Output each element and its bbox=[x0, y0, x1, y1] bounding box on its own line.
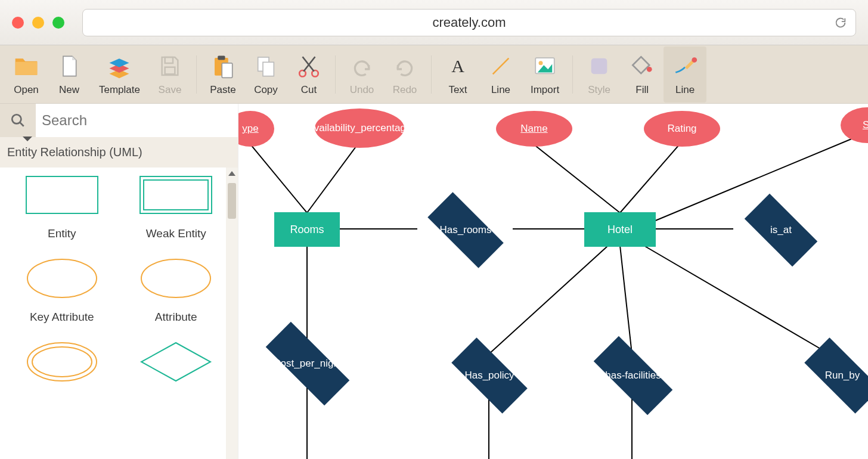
save-button[interactable]: Save bbox=[148, 46, 191, 103]
scroll-up-icon[interactable] bbox=[228, 171, 235, 176]
svg-rect-9 bbox=[263, 62, 274, 76]
cut-label: Cut bbox=[301, 84, 317, 96]
shape-attribute[interactable]: Attribute bbox=[124, 257, 229, 324]
attribute-label: Rating bbox=[667, 123, 696, 135]
search-row bbox=[0, 104, 238, 137]
line-tool-button[interactable]: Line bbox=[479, 46, 522, 103]
reload-icon[interactable] bbox=[834, 16, 847, 29]
key-attribute-shape-icon bbox=[23, 257, 101, 300]
shape-relationship[interactable] bbox=[124, 340, 229, 383]
svg-line-34 bbox=[307, 144, 358, 213]
style-button[interactable]: Style bbox=[578, 46, 621, 103]
search-input[interactable] bbox=[36, 104, 238, 137]
url-text: creately.com bbox=[432, 15, 506, 30]
svg-rect-3 bbox=[165, 57, 173, 63]
new-file-icon bbox=[56, 53, 82, 79]
svg-line-15 bbox=[493, 58, 509, 74]
svg-line-38 bbox=[620, 144, 680, 213]
attribute-st[interactable]: St bbox=[841, 107, 868, 143]
url-bar[interactable]: creately.com bbox=[82, 9, 856, 36]
entity-label: Hotel bbox=[607, 224, 633, 236]
new-button[interactable]: New bbox=[48, 46, 91, 103]
minimize-window-button[interactable] bbox=[32, 17, 44, 29]
fill-icon bbox=[629, 53, 655, 79]
text-tool-button[interactable]: A Text bbox=[436, 46, 479, 103]
relationship-has-policy[interactable]: Has_policy bbox=[439, 351, 540, 401]
shape-label: Weak Entity bbox=[146, 227, 206, 240]
attribute-availability[interactable]: Availability_percentage bbox=[315, 108, 404, 148]
shape-weak-entity[interactable]: Weak Entity bbox=[124, 173, 229, 240]
svg-line-12 bbox=[303, 57, 315, 72]
shape-key-attribute[interactable]: Key Attribute bbox=[10, 257, 114, 324]
attribute-label: St bbox=[863, 119, 868, 131]
relationship-run-by[interactable]: Run_by bbox=[792, 351, 868, 401]
fill-label: Fill bbox=[636, 84, 649, 96]
copy-icon bbox=[253, 53, 279, 79]
attribute-label: Name bbox=[520, 123, 547, 135]
relationship-cost-per-night[interactable]: Cost_per_night bbox=[249, 339, 366, 389]
redo-button[interactable]: Redo bbox=[383, 46, 426, 103]
relationship-label: Has_rooms bbox=[440, 224, 492, 236]
svg-line-24 bbox=[20, 122, 24, 126]
shape-entity[interactable]: Entity bbox=[10, 173, 114, 240]
line-style-button[interactable]: Line bbox=[664, 46, 706, 103]
maximize-window-button[interactable] bbox=[52, 17, 64, 29]
open-label: Open bbox=[14, 84, 39, 96]
relationship-label: Has_policy bbox=[464, 370, 514, 382]
shape-category-header[interactable]: Entity Relationship (UML) bbox=[0, 137, 238, 168]
fill-button[interactable]: Fill bbox=[621, 46, 664, 103]
template-button[interactable]: Template bbox=[91, 46, 148, 103]
weak-entity-shape-icon bbox=[137, 173, 215, 216]
search-icon[interactable] bbox=[0, 104, 36, 137]
shape-label: Entity bbox=[48, 227, 76, 240]
toolbar: Open New Template Save bbox=[0, 45, 868, 104]
diagram-canvas[interactable]: ype Availability_percentage Name Rating … bbox=[238, 104, 868, 459]
svg-rect-7 bbox=[222, 63, 232, 77]
svg-marker-2 bbox=[110, 58, 129, 67]
entity-rooms[interactable]: Rooms bbox=[274, 212, 340, 247]
toolbar-separator bbox=[335, 55, 336, 94]
svg-line-44 bbox=[620, 246, 632, 354]
derived-attribute-shape-icon bbox=[23, 340, 101, 383]
svg-rect-26 bbox=[140, 176, 212, 213]
svg-rect-27 bbox=[144, 180, 208, 210]
undo-label: Undo bbox=[350, 84, 374, 96]
svg-marker-32 bbox=[141, 343, 210, 381]
svg-point-11 bbox=[312, 70, 318, 77]
shape-derived-attribute[interactable] bbox=[10, 340, 114, 383]
attribute-type[interactable]: ype bbox=[238, 111, 274, 147]
scrollbar-thumb[interactable] bbox=[228, 183, 236, 219]
undo-button[interactable]: Undo bbox=[340, 46, 383, 103]
attribute-name[interactable]: Name bbox=[496, 111, 572, 147]
template-icon bbox=[106, 53, 132, 79]
line-icon bbox=[488, 53, 514, 79]
attribute-rating[interactable]: Rating bbox=[644, 111, 720, 147]
open-button[interactable]: Open bbox=[5, 46, 48, 103]
relationship-is-at[interactable]: is_at bbox=[733, 205, 829, 255]
import-button[interactable]: Import bbox=[522, 46, 568, 103]
style-label: Style bbox=[588, 84, 610, 96]
close-window-button[interactable] bbox=[12, 17, 24, 29]
scrollbar[interactable] bbox=[226, 168, 238, 459]
pencil-icon bbox=[672, 53, 698, 79]
relationship-has-facilities[interactable]: has-facilities bbox=[579, 351, 687, 401]
paste-label: Paste bbox=[210, 84, 235, 96]
shape-label: Key Attribute bbox=[30, 311, 94, 324]
attribute-shape-icon bbox=[137, 257, 215, 300]
svg-point-28 bbox=[27, 259, 97, 297]
paste-button[interactable]: Paste bbox=[202, 46, 244, 103]
diagram-edges bbox=[238, 104, 868, 459]
svg-rect-4 bbox=[165, 67, 175, 74]
window-controls bbox=[12, 17, 64, 29]
browser-chrome: creately.com bbox=[0, 0, 868, 45]
copy-button[interactable]: Copy bbox=[244, 46, 287, 103]
svg-rect-6 bbox=[218, 55, 225, 60]
svg-point-29 bbox=[141, 259, 210, 297]
sidebar: Entity Relationship (UML) Entity bbox=[0, 104, 238, 459]
line-label: Line bbox=[491, 84, 510, 96]
svg-line-43 bbox=[489, 246, 608, 354]
cut-button[interactable]: Cut bbox=[287, 46, 330, 103]
relationship-has-rooms[interactable]: Has_rooms bbox=[415, 205, 516, 255]
svg-point-30 bbox=[27, 343, 97, 381]
entity-hotel[interactable]: Hotel bbox=[584, 212, 656, 247]
